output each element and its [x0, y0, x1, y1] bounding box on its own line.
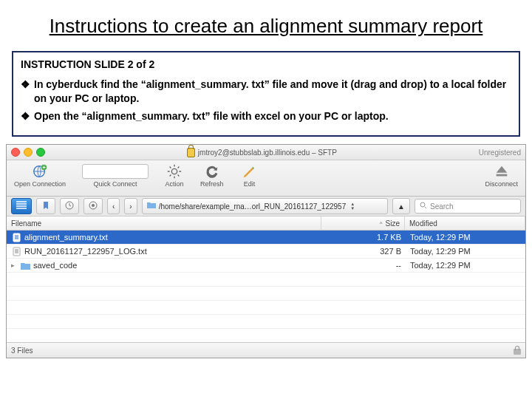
eject-icon: [492, 163, 511, 180]
history-button[interactable]: [60, 198, 79, 214]
svg-point-7: [420, 202, 425, 207]
column-size[interactable]: ^Size: [321, 216, 405, 230]
quick-connect-dropdown[interactable]: Quick Connect: [79, 162, 151, 189]
nav-up-button[interactable]: ▲: [392, 198, 410, 214]
sort-indicator-icon: ^: [380, 220, 383, 227]
minimize-window-icon[interactable]: [24, 148, 33, 157]
disconnect-button[interactable]: Disconnect: [482, 162, 521, 189]
action-button[interactable]: Action: [162, 162, 187, 189]
cyberduck-window: jmtroy2@stubbslab.igb.illinois.edu – SFT…: [6, 144, 526, 358]
path-text: /home/share/example_rna…orl_RUN_20161127…: [159, 202, 347, 211]
nav-back-button[interactable]: ‹: [107, 198, 120, 214]
pencil-icon: [240, 163, 259, 180]
window-titlebar: jmtroy2@stubbslab.igb.illinois.edu – SFT…: [7, 145, 525, 160]
txt-file-icon: [11, 246, 21, 256]
clock-icon: [65, 201, 74, 211]
toolbar: Open Connection Quick Connect Action Ref…: [7, 160, 525, 197]
search-input[interactable]: Search: [415, 199, 521, 214]
instruction-bullet: ❖ In cyberduck find the “alignment_summa…: [21, 78, 511, 106]
empty-row: [7, 273, 525, 287]
globe-plus-icon: [30, 163, 50, 180]
refresh-icon: [202, 163, 222, 180]
bookmark-icon: [41, 201, 50, 211]
search-placeholder: Search: [430, 202, 454, 211]
path-field[interactable]: /home/share/example_rna…orl_RUN_20161127…: [142, 198, 388, 214]
gear-icon: [165, 163, 184, 180]
edit-button[interactable]: Edit: [237, 162, 262, 189]
instruction-box: INSTRUCTION SLIDE 2 of 2 ❖ In cyberduck …: [12, 51, 520, 137]
bonjour-button[interactable]: [83, 198, 103, 214]
instruction-slide-label: INSTRUCTION SLIDE 2 of 2: [21, 58, 511, 70]
lock-icon: [187, 148, 195, 157]
bullet-icon: ❖: [21, 78, 34, 92]
path-bar: ‹ › /home/share/example_rna…orl_RUN_2016…: [7, 197, 525, 216]
bonjour-icon: [89, 201, 98, 211]
txt-file-icon: [11, 232, 21, 242]
path-stepper-icon[interactable]: ▲▼: [350, 202, 355, 211]
instruction-text: In cyberduck find the “alignment_summary…: [34, 78, 511, 106]
empty-row: [7, 287, 525, 301]
arrow-up-icon: ▲: [398, 202, 405, 211]
disclosure-triangle-icon[interactable]: ▸: [11, 262, 17, 269]
search-icon: [420, 202, 427, 211]
bookmarks-button[interactable]: [36, 198, 55, 214]
refresh-button[interactable]: Refresh: [197, 162, 227, 189]
column-modified[interactable]: Modified: [405, 216, 525, 230]
svg-rect-3: [496, 174, 507, 177]
svg-point-6: [92, 204, 95, 207]
bullet-icon: ❖: [21, 109, 34, 123]
empty-row: [7, 301, 525, 315]
file-count: 3 Files: [11, 347, 33, 355]
zoom-window-icon[interactable]: [36, 148, 45, 157]
empty-row: [7, 329, 525, 342]
slide-title: Instructions to create an alignment summ…: [0, 13, 532, 38]
unregistered-label: Unregistered: [479, 149, 521, 157]
column-filename[interactable]: Filename: [7, 216, 321, 230]
folder-icon: [147, 202, 156, 211]
file-list: alignment_summary.txt 1.7 KB Today, 12:2…: [7, 231, 525, 342]
file-row[interactable]: RUN_20161127_122957_LOG.txt 327 B Today,…: [7, 245, 525, 259]
svg-point-2: [171, 169, 177, 174]
quick-connect-field: [82, 163, 149, 180]
file-row[interactable]: alignment_summary.txt 1.7 KB Today, 12:2…: [7, 231, 525, 245]
instruction-bullet: ❖ Open the “alignment_summary. txt” file…: [21, 109, 511, 123]
close-window-icon[interactable]: [11, 148, 20, 157]
nav-forward-button[interactable]: ›: [124, 198, 137, 214]
folder-icon: [20, 260, 30, 270]
file-row[interactable]: ▸saved_code -- Today, 12:29 PM: [7, 259, 525, 273]
list-view-icon: [16, 201, 27, 211]
status-bar: 3 Files: [7, 342, 525, 358]
empty-row: [7, 315, 525, 329]
lock-icon: [514, 346, 521, 355]
instruction-text: Open the “alignment_summary. txt” file w…: [34, 109, 511, 123]
column-headers: Filename ^Size Modified: [7, 216, 525, 231]
view-list-button[interactable]: [11, 198, 32, 214]
open-connection-button[interactable]: Open Connection: [11, 162, 69, 189]
window-connection-label: jmtroy2@stubbslab.igb.illinois.edu – SFT…: [198, 149, 337, 157]
